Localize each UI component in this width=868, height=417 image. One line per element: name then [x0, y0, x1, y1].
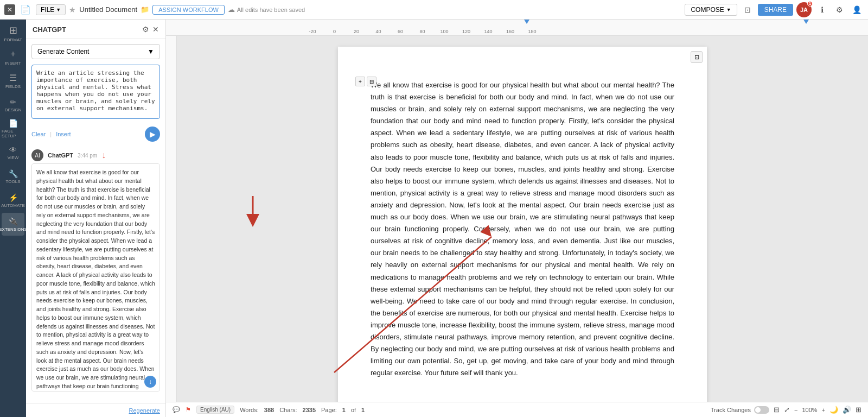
chatgpt-header-icons: ⚙ ✕ — [142, 25, 159, 34]
regenerate-link[interactable]: Regenerate — [129, 407, 161, 414]
chatgpt-settings-icon[interactable]: ⚙ — [142, 25, 149, 34]
folder-icon-area: 📁 — [141, 5, 149, 14]
close-button[interactable]: ✕ — [4, 4, 15, 15]
topbar-left: ✕ 📄 FILE ▼ ★ Untitled Document 📁 ASSIGN … — [4, 3, 681, 17]
ruler-marker-bottom — [803, 20, 809, 24]
speaker-icon[interactable]: 🔊 — [843, 406, 851, 414]
ruler-marker-top — [524, 20, 529, 24]
share-button[interactable]: SHARE — [758, 4, 793, 16]
document-area[interactable]: ⊡ + ⊟ We all know that exercise is good … — [166, 36, 868, 402]
ruler-label: 80 — [419, 29, 425, 34]
ruler-label: 40 — [375, 29, 381, 34]
clear-link[interactable]: Clear — [31, 131, 46, 137]
zoom-level[interactable]: 100% — [802, 407, 817, 413]
track-changes-label: Track Changes — [711, 407, 751, 413]
sidebar-item-format[interactable]: ⊞ FORMAT — [2, 22, 24, 45]
prompt-actions: Clear | Insert ▶ — [31, 124, 160, 144]
layout-icon[interactable]: ⊡ — [741, 3, 755, 17]
favorite-icon[interactable]: ★ — [69, 5, 76, 14]
vertical-ruler — [166, 36, 177, 402]
chatgpt-footer: Regenerate — [26, 403, 165, 417]
format-icon: ⊞ — [9, 24, 17, 36]
flag-icon[interactable]: ⚑ — [186, 406, 191, 413]
sidebar-item-fields[interactable]: ☰ FIELDS — [2, 70, 24, 92]
expand-button[interactable]: ⊡ — [691, 51, 703, 63]
chevron-down-icon: ▼ — [148, 48, 154, 55]
sidebar-item-tools[interactable]: 🔧 TOOLS — [2, 165, 24, 188]
main-layout: ⊞ FORMAT ＋ INSERT ☰ FIELDS ✏ DESIGN 📄 PA… — [0, 20, 868, 417]
automate-icon: ⚡ — [9, 193, 18, 202]
layout-icon[interactable]: ⊟ — [774, 406, 780, 414]
sidebar-item-insert[interactable]: ＋ INSERT — [2, 46, 24, 68]
topbar-right: COMPOSE ▼ ⊡ SHARE JA 1 ℹ ⚙ 👤 — [685, 2, 864, 17]
chat-content-box[interactable]: We all know that exercise is good for ou… — [31, 163, 160, 391]
zoom-out-icon[interactable]: − — [794, 407, 797, 413]
file-menu-button[interactable]: FILE ▼ — [36, 4, 66, 15]
prompt-textarea[interactable] — [31, 65, 160, 119]
char-count-label: Chars: — [279, 407, 297, 413]
chat-message: AI ChatGPT 3:44 pm ↓ We all know that ex… — [31, 149, 160, 391]
document-title[interactable]: Untitled Document — [79, 5, 137, 14]
ruler-label: 180 — [528, 29, 536, 34]
ruler-label: 60 — [398, 29, 403, 34]
ruler-label: -20 — [309, 29, 316, 34]
sidebar-item-extensions[interactable]: 🔌 EXTENSIONS — [2, 213, 24, 236]
folder-icon: 📁 — [141, 5, 149, 14]
chatgpt-title: CHATGPT — [33, 26, 66, 34]
chatgpt-header: CHATGPT ⚙ ✕ — [26, 20, 165, 39]
sidebar-item-view[interactable]: 👁 VIEW — [2, 141, 24, 164]
sidebar-item-automate[interactable]: ⚡ AUTOMATE — [2, 189, 24, 212]
ruler-label: 100 — [440, 29, 448, 34]
chatgpt-avatar: AI — [31, 149, 43, 161]
send-button[interactable]: ▶ — [145, 127, 160, 142]
notification-badge: 1 — [807, 1, 813, 7]
insert-link[interactable]: Insert — [56, 131, 71, 137]
chatgpt-body: Generate Content ▼ Clear | Insert ▶ — [26, 39, 165, 403]
chat-meta: AI ChatGPT 3:44 pm ↓ — [31, 149, 160, 161]
chat-time: 3:44 pm — [78, 153, 97, 159]
page-total: 1 — [361, 407, 365, 413]
page-setup-icon: 📄 — [9, 119, 18, 128]
text-add-button[interactable]: + — [355, 77, 365, 86]
moon-icon[interactable]: 🌙 — [829, 406, 838, 414]
insert-icon: ＋ — [9, 48, 17, 60]
ruler-label: 120 — [462, 29, 470, 34]
chatgpt-close-icon[interactable]: ✕ — [152, 25, 159, 34]
settings-icon[interactable]: ⚙ — [832, 3, 846, 17]
generate-content-dropdown[interactable]: Generate Content ▼ — [31, 44, 160, 59]
ruler-content: -20020406080100120140160180 — [166, 20, 868, 35]
fit-icon[interactable]: ⤢ — [784, 406, 790, 414]
avatar[interactable]: JA 1 — [796, 2, 812, 17]
user-icon[interactable]: 👤 — [850, 3, 864, 17]
language-badge[interactable]: English (AU) — [196, 406, 234, 414]
track-changes-area: Track Changes — [711, 406, 769, 414]
view-icon: 👁 — [9, 146, 17, 154]
saved-status: ☁ All edits have been saved — [228, 5, 305, 14]
sidebar-item-page-setup[interactable]: 📄 PAGE SETUP — [2, 117, 24, 140]
ruler-label: 0 — [333, 29, 336, 34]
ruler-label: 160 — [506, 29, 514, 34]
sidebar-item-design[interactable]: ✏ DESIGN — [2, 93, 24, 116]
comment-icon[interactable]: 💬 — [173, 406, 180, 413]
chat-content-text: We all know that exercise is good for ou… — [36, 169, 155, 391]
text-format-button[interactable]: ⊟ — [367, 77, 376, 86]
chat-arrow-icon: ↓ — [101, 150, 106, 160]
zoom-in-icon[interactable]: + — [822, 407, 825, 413]
compose-button[interactable]: COMPOSE ▼ — [685, 4, 737, 16]
sidebar-icons: ⊞ FORMAT ＋ INSERT ☰ FIELDS ✏ DESIGN 📄 PA… — [0, 20, 26, 417]
char-count-value: 2335 — [303, 407, 316, 413]
document-text[interactable]: We all know that exercise is good for ou… — [371, 79, 674, 379]
assign-workflow-button[interactable]: ASSIGN WORKFLOW — [152, 5, 225, 15]
grid-view-icon[interactable]: ⊞ — [856, 406, 861, 414]
scroll-icon: ↓ — [149, 377, 152, 387]
chat-scroll-button[interactable]: ↓ — [144, 376, 156, 388]
fields-icon: ☰ — [9, 73, 17, 83]
extensions-icon: 🔌 — [9, 217, 18, 226]
info-icon[interactable]: ℹ — [815, 3, 829, 17]
track-changes-toggle[interactable] — [754, 406, 769, 414]
send-icon: ▶ — [150, 130, 156, 138]
ruler: -20020406080100120140160180 — [166, 20, 868, 36]
page-current: 1 — [342, 407, 346, 413]
statusbar: 💬 ⚑ English (AU) Words: 388 Chars: 2335 … — [166, 402, 868, 417]
prompt-links: Clear | Insert — [31, 131, 71, 137]
